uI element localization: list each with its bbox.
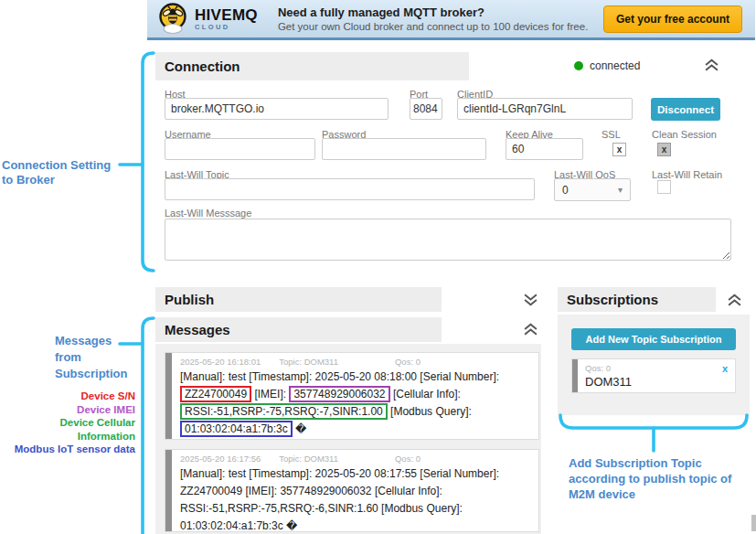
status-dot-icon bbox=[574, 61, 583, 70]
brand-name: HIVEMQ bbox=[195, 7, 258, 23]
message-line: ZZ24700049 [IMEI]: 357748929006032 [Cell… bbox=[180, 483, 531, 500]
subscription-qos: Qos: 0 bbox=[585, 363, 611, 373]
banner-subheadline: Get your own Cloud broker and connect up… bbox=[278, 21, 588, 32]
message-timestamp: 2025-05-20 16:17:56 bbox=[180, 454, 261, 464]
subscriptions-body: Add New Topic Subscription Qos: 0 x DOM3… bbox=[558, 315, 750, 415]
annotation-brace-connection bbox=[115, 51, 157, 272]
cellular-info-value: RSSI:-51,RSRP:-75,RSRQ:-6,SINR:1.60 bbox=[180, 502, 378, 515]
lastwill-topic-input[interactable] bbox=[165, 178, 535, 200]
ssl-label: SSL bbox=[602, 129, 621, 140]
lastwill-message-textarea[interactable] bbox=[165, 219, 731, 261]
modbus-query-value: 01:03:02:04:a1:7b:3c bbox=[180, 519, 283, 532]
lastwill-retain-label: Last-Will Retain bbox=[652, 169, 722, 180]
status-text: connected bbox=[590, 59, 640, 72]
hivemq-banner: HIVEMQ CLOUD Need a fully managed MQTT b… bbox=[147, 0, 755, 40]
connection-panel: Connection connected Host Port ClientID … bbox=[155, 52, 751, 271]
clientid-input[interactable] bbox=[457, 98, 633, 120]
host-input[interactable] bbox=[165, 98, 389, 120]
messages-list: 2025-05-20 16:18:01 Topic: DOM311 Qos: 0… bbox=[155, 344, 541, 534]
banner-headline: Need a fully managed MQTT broker? bbox=[278, 5, 588, 19]
message-left-bar bbox=[165, 353, 172, 439]
mqtt-client-page: HIVEMQ CLOUD Need a fully managed MQTT b… bbox=[0, 0, 756, 534]
message-left-bar bbox=[165, 450, 172, 531]
message-topic: Topic: DOM311 bbox=[279, 454, 338, 464]
modbus-query-value: 01:03:02:04:a1:7b:3c bbox=[180, 421, 293, 437]
select-caret-icon: ▾ bbox=[618, 185, 623, 195]
cellular-info-value: RSSI:-51,RSRP:-75,RSRQ:-7,SINR:1.00 bbox=[180, 403, 388, 420]
message-timestamp: 2025-05-20 16:18:01 bbox=[180, 357, 261, 367]
imei-value: 357748929006032 bbox=[280, 485, 371, 497]
connection-title: Connection bbox=[165, 59, 240, 74]
remove-subscription-x-icon[interactable]: x bbox=[722, 363, 728, 374]
message-line: ZZ24700049 [IMEI]: 357748929006032 [Cell… bbox=[180, 386, 531, 403]
cleansession-checkbox[interactable]: x bbox=[657, 143, 671, 156]
expand-publish-chevron-down-icon[interactable] bbox=[523, 293, 538, 306]
message-line: 01:03:02:04:a1:7b:3c � bbox=[180, 421, 531, 438]
collapse-messages-chevron-up-icon[interactable] bbox=[523, 323, 538, 336]
connection-status: connected bbox=[574, 59, 640, 72]
subscription-left-bar bbox=[572, 359, 578, 392]
lastwill-qos-value: 0 bbox=[562, 184, 569, 197]
annotation-modbus-data: Modbus IoT sensor data bbox=[0, 443, 135, 456]
message-line: RSSI:-51,RSRP:-75,RSRQ:-6,SINR:1.60 [Mod… bbox=[180, 500, 531, 518]
subscriptions-title: Subscriptions bbox=[567, 292, 658, 307]
get-free-account-button[interactable]: Get your free account bbox=[603, 5, 742, 33]
disconnect-button[interactable]: Disconnect bbox=[651, 98, 720, 121]
collapse-subscriptions-chevron-up-icon[interactable] bbox=[727, 294, 742, 307]
ssl-checkbox[interactable]: x bbox=[612, 143, 626, 156]
messages-section-header: Messages bbox=[155, 317, 442, 342]
username-input[interactable] bbox=[165, 138, 315, 160]
hivemq-bee-icon bbox=[156, 2, 189, 37]
subscription-topic: DOM311 bbox=[585, 375, 632, 389]
annotation-brace-subscription bbox=[558, 413, 750, 455]
message-item: 2025-05-20 16:17:56 Topic: DOM311 Qos: 0… bbox=[165, 449, 539, 532]
brand-sub: CLOUD bbox=[195, 24, 258, 31]
annotation-connection-setting: Connection Setting to Broker bbox=[2, 158, 132, 187]
keepalive-input[interactable] bbox=[506, 138, 583, 160]
subscription-item: Qos: 0 x DOM311 bbox=[571, 358, 736, 393]
annotation-add-subscription-topic: Add Subscription Topic according to publ… bbox=[569, 455, 751, 502]
message-line: RSSI:-51,RSRP:-75,RSRQ:-7,SINR:1.00 [Mod… bbox=[180, 403, 531, 421]
cleansession-label: Clean Session bbox=[652, 129, 717, 140]
message-qos: Qos: 0 bbox=[395, 454, 421, 464]
annotation-device-cellular: Device Cellular Information bbox=[0, 416, 135, 443]
collapse-connection-chevron-up-icon[interactable] bbox=[704, 59, 719, 72]
hivemq-logo[interactable]: HIVEMQ CLOUD bbox=[156, 2, 258, 37]
serial-number-value: ZZ24700049 bbox=[180, 485, 242, 497]
password-input[interactable] bbox=[322, 138, 486, 160]
publish-title: Publish bbox=[165, 292, 214, 307]
scrollbar-thumb[interactable] bbox=[751, 515, 756, 531]
port-input[interactable] bbox=[410, 98, 442, 120]
lastwill-qos-select[interactable]: 0 ▾ bbox=[554, 178, 631, 201]
annotation-device-imei: Device IMEI bbox=[0, 403, 135, 417]
serial-number-value: ZZ24700049 bbox=[180, 386, 251, 402]
message-item: 2025-05-20 16:18:01 Topic: DOM311 Qos: 0… bbox=[165, 352, 539, 440]
message-line: [Manual]: test [Timestamp]: 2025-05-20 0… bbox=[180, 368, 531, 386]
imei-value: 357748929006032 bbox=[289, 386, 389, 402]
lastwill-retain-checkbox[interactable] bbox=[657, 180, 671, 194]
messages-title: Messages bbox=[165, 322, 230, 337]
lastwill-message-label: Last-Will Messsage bbox=[165, 208, 251, 219]
annotation-device-sn: Device S/N bbox=[0, 390, 135, 403]
message-topic: Topic: DOM311 bbox=[279, 357, 338, 367]
message-line: [Manual]: test [Timestamp]: 2025-05-20 0… bbox=[180, 465, 531, 483]
message-line: 01:03:02:04:a1:7b:3c � bbox=[180, 518, 531, 534]
message-qos: Qos: 0 bbox=[395, 357, 421, 367]
publish-section-header: Publish bbox=[155, 287, 442, 312]
add-new-topic-subscription-button[interactable]: Add New Topic Subscription bbox=[571, 328, 736, 350]
